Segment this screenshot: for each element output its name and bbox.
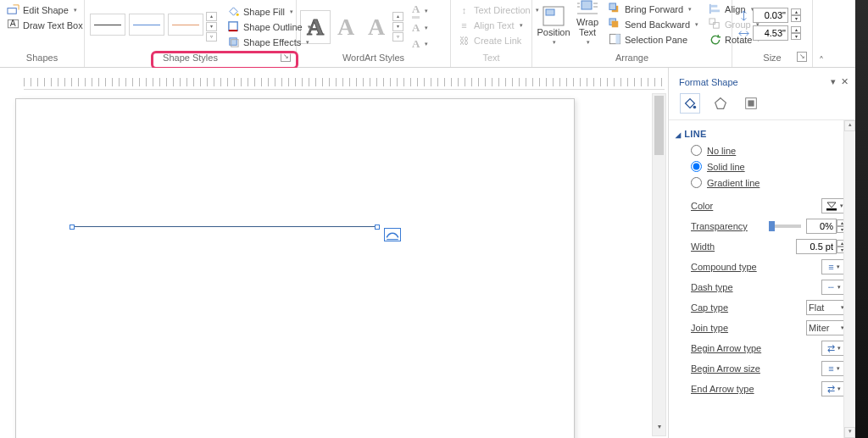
bring-forward-icon xyxy=(609,3,621,15)
svg-rect-25 xyxy=(711,9,720,12)
width-icon xyxy=(737,27,750,40)
width-spinner[interactable]: ▴▾ xyxy=(791,26,801,40)
edit-shape-label: Edit Shape xyxy=(23,5,69,15)
radio-gradient-line[interactable]: Gradient line xyxy=(674,175,852,191)
height-field[interactable]: ▴▾ xyxy=(737,8,801,23)
line-width-input[interactable] xyxy=(796,239,837,254)
size-launcher[interactable]: ↘ xyxy=(797,52,807,62)
vertical-scrollbar[interactable]: ▴ ▾ xyxy=(652,93,666,436)
text-box-icon: A xyxy=(7,19,19,31)
wordart-gallery-scroll[interactable]: ▴ ▾ ▿ xyxy=(392,10,403,44)
width-field[interactable]: ▴▾ xyxy=(737,25,801,41)
ribbon: Edit Shape A Draw Text Box Shapes ▴ xyxy=(0,0,868,68)
style-swatch-1[interactable] xyxy=(90,14,125,36)
wordart-style-2[interactable]: A xyxy=(331,10,361,44)
height-spinner[interactable]: ▴▾ xyxy=(791,8,801,22)
shape-outline-button[interactable]: Shape Outline xyxy=(224,19,314,34)
svg-rect-0 xyxy=(8,8,16,14)
selected-line-shape[interactable] xyxy=(72,226,377,227)
pane-scroll-up-icon[interactable]: ▴ xyxy=(844,120,855,131)
group-text: ↕ Text Direction ≡ Align Text ⛓ Create L… xyxy=(451,0,532,67)
bucket-icon xyxy=(227,5,240,18)
pane-close-button[interactable]: ✕ xyxy=(841,76,849,87)
text-outline-button: A xyxy=(409,20,431,36)
label-end-arrow-type: End Arrow type xyxy=(691,384,754,394)
scroll-down-icon[interactable]: ▾ xyxy=(653,423,665,435)
group-arrange: Position Wrap Text Bring Forward Send Ba… xyxy=(532,0,732,67)
transparency-input[interactable] xyxy=(806,219,837,234)
effects-icon xyxy=(227,36,240,48)
group-label-size: Size ↘ xyxy=(736,52,809,67)
tab-effects[interactable] xyxy=(711,94,730,113)
send-backward-icon xyxy=(609,18,621,30)
label-begin-arrow-type: Begin Arrow type xyxy=(691,343,761,353)
width-input[interactable] xyxy=(753,25,788,41)
group-icon xyxy=(709,18,721,30)
format-shape-pane: Format Shape ▾ ✕ LINE No line Solid line… xyxy=(668,68,855,438)
selection-pane-button[interactable]: Selection Pane xyxy=(605,32,702,47)
send-backward-button[interactable]: Send Backward xyxy=(605,17,702,31)
svg-rect-27 xyxy=(714,23,720,29)
style-gallery-scroll[interactable]: ▴ ▾ ▿ xyxy=(206,12,217,42)
group-label-arrange: Arrange xyxy=(536,52,728,67)
label-transparency: Transparency xyxy=(691,221,748,231)
bring-forward-button[interactable]: Bring Forward xyxy=(605,2,702,16)
style-swatch-2[interactable] xyxy=(129,14,164,36)
height-icon xyxy=(737,9,750,22)
pane-scrollbar[interactable]: ▴ ▾ xyxy=(843,120,855,438)
label-compound-type: Compound type xyxy=(691,262,757,272)
align-icon xyxy=(709,3,721,15)
edit-shape-icon xyxy=(7,3,19,16)
section-line[interactable]: LINE xyxy=(674,125,852,142)
draw-text-box-label: Draw Text Box xyxy=(23,20,83,30)
group-label-shape-styles: Shape Styles ↘ xyxy=(88,52,292,67)
collapse-ribbon-button[interactable]: ˄ xyxy=(813,0,830,67)
line-handle-start[interactable] xyxy=(70,225,75,230)
group-label-text: Text xyxy=(454,52,528,67)
text-direction-button: ↕ Text Direction xyxy=(454,3,542,17)
horizontal-ruler[interactable] xyxy=(24,75,665,90)
height-input[interactable] xyxy=(753,8,788,23)
svg-point-29 xyxy=(693,106,697,109)
svg-rect-4 xyxy=(229,22,237,30)
shape-effects-button[interactable]: Shape Effects xyxy=(224,35,314,49)
wrap-text-button[interactable]: Wrap Text xyxy=(573,2,602,49)
line-handle-end[interactable] xyxy=(375,225,380,230)
position-button[interactable]: Position xyxy=(536,2,571,49)
tab-layout[interactable] xyxy=(742,94,760,113)
transparency-slider[interactable] xyxy=(769,225,801,228)
selection-pane-icon xyxy=(609,33,621,46)
layout-options-button[interactable] xyxy=(384,228,401,241)
document-area: ▴ ▾ xyxy=(0,68,668,438)
tab-fill-line[interactable] xyxy=(681,94,699,113)
label-cap-type: Cap type xyxy=(691,302,728,313)
wordart-style-3[interactable]: A xyxy=(361,10,392,44)
svg-rect-10 xyxy=(581,1,592,9)
svg-rect-9 xyxy=(546,9,554,15)
draw-text-box-button[interactable]: A Draw Text Box xyxy=(3,18,86,32)
pane-menu-button[interactable]: ▾ xyxy=(831,76,836,87)
radio-no-line[interactable]: No line xyxy=(674,142,852,158)
label-dash-type: Dash type xyxy=(691,282,733,292)
svg-rect-32 xyxy=(748,100,754,106)
group-label-wordart: WordArt Styles xyxy=(300,52,447,67)
svg-marker-30 xyxy=(715,98,726,109)
shape-fill-button[interactable]: Shape Fill xyxy=(224,4,314,19)
join-type-select[interactable]: Miter▾ xyxy=(806,320,847,335)
radio-solid-line[interactable]: Solid line xyxy=(674,158,852,175)
shape-styles-launcher[interactable]: ↘ xyxy=(281,52,291,62)
pane-scroll-down-icon[interactable]: ▾ xyxy=(844,427,855,438)
cap-type-select[interactable]: Flat▾ xyxy=(806,300,847,315)
gallery-more-icon[interactable]: ▿ xyxy=(206,32,217,42)
gallery-up-icon[interactable]: ▴ xyxy=(206,12,217,21)
gallery-down-icon[interactable]: ▾ xyxy=(206,22,217,31)
edit-shape-button[interactable]: Edit Shape xyxy=(3,3,86,17)
scroll-thumb[interactable] xyxy=(654,96,664,155)
style-swatch-3[interactable] xyxy=(168,14,203,36)
label-begin-arrow-size: Begin Arrow size xyxy=(691,363,760,374)
label-line-color: Color xyxy=(691,201,713,211)
page[interactable] xyxy=(15,98,575,438)
wrap-text-icon xyxy=(575,0,600,17)
shape-outline-label: Shape Outline xyxy=(243,22,303,32)
group-shape-styles: ▴ ▾ ▿ Shape Fill Shape Outline xyxy=(85,0,297,67)
